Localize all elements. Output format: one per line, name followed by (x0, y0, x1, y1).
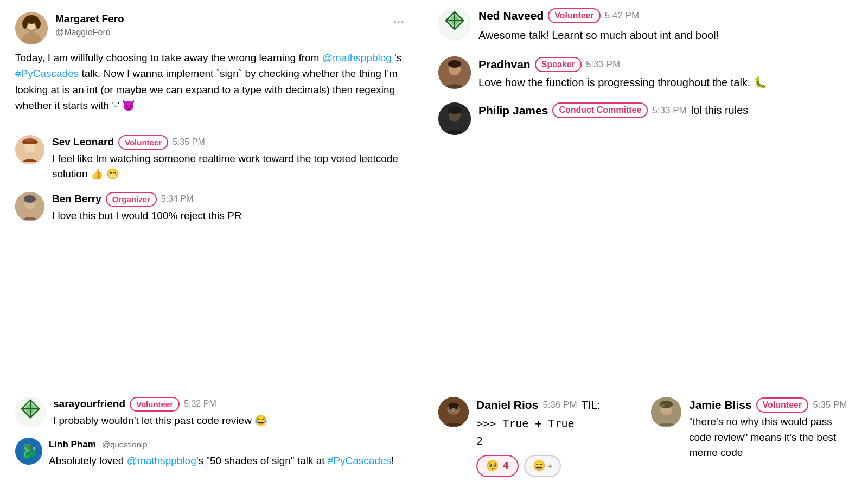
philip-avatar (438, 102, 471, 135)
svg-point-29 (448, 106, 462, 114)
svg-point-11 (24, 138, 35, 142)
sara-name: sarayourfriend (53, 397, 125, 412)
svg-text:🐉: 🐉 (20, 442, 38, 460)
svg-point-5 (22, 19, 28, 29)
ned-text: Awesome talk! Learnt so much about int a… (478, 28, 719, 43)
jamie-badge: Volunteer (756, 397, 809, 413)
svg-point-14 (24, 195, 36, 203)
ned-badge: Volunteer (548, 8, 601, 23)
svg-point-52 (669, 405, 671, 407)
margaret-avatar (15, 12, 48, 44)
daniel-name: Daniel Rios (476, 397, 538, 413)
daniel-time: 5:36 PM (542, 399, 577, 412)
svg-point-50 (661, 404, 665, 407)
philip-james-message: Philip James Conduct Committee 5:33 PM l… (438, 102, 853, 135)
daniel-rios-message: Daniel Rios 5:36 PM TIL: >>> True + True… (438, 397, 640, 477)
margaret-tweet-body: Today, I am willfully choosing to take a… (15, 50, 407, 114)
pradhvan-badge: Speaker (535, 57, 582, 72)
philip-name: Philip James (478, 102, 548, 118)
jamie-bliss-message: Jamie Bliss Volunteer 5:35 PM "there's n… (651, 397, 853, 461)
sara-message: sarayourfriend Volunteer 5:32 PM I proba… (15, 397, 407, 429)
jamie-avatar (651, 397, 681, 427)
ned-name: Ned Naveed (478, 8, 544, 23)
linh-tweet-text: Absolutely loved @mathsppblog's "50 shad… (49, 453, 394, 469)
pradhvan-message: Pradhvan Speaker 5:33 PM Love how the fu… (438, 56, 853, 90)
svg-point-26 (448, 60, 461, 68)
daniel-avatar (438, 397, 469, 427)
sev-time: 5:35 PM (173, 136, 205, 148)
ned-time: 5:42 PM (605, 9, 639, 22)
sev-name: Sev Leonard (52, 135, 114, 150)
ben-berry-message: Ben Berry Organizer 5:34 PM I love this … (15, 192, 407, 224)
jamie-text: "there's no why this would pass code rev… (689, 414, 853, 461)
ned-naveed-message: Ned Naveed Volunteer 5:42 PM Awesome tal… (438, 8, 853, 44)
philip-text: lol this rules (691, 102, 749, 118)
daniel-code: >>> True + True2 (476, 415, 640, 450)
svg-point-6 (35, 19, 41, 29)
sara-avatar (15, 397, 46, 427)
reaction-add-button[interactable]: 😄+ (524, 455, 561, 477)
philip-time: 5:33 PM (652, 104, 686, 117)
sev-badge: Volunteer (118, 135, 168, 150)
ben-time: 5:34 PM (161, 193, 194, 205)
pradhvan-text: Love how the function is progressing thr… (478, 74, 853, 91)
ben-text: I love this but I would 100% reject this… (52, 208, 407, 224)
jamie-name: Jamie Bliss (689, 397, 752, 413)
linh-name: Linh Pham (49, 439, 96, 450)
jamie-time: 5:35 PM (813, 399, 847, 412)
sev-avatar (15, 135, 44, 164)
pradhvan-avatar (438, 56, 471, 89)
sara-time: 5:32 PM (184, 398, 216, 410)
reaction-pleading-button[interactable]: 🥺4 (476, 455, 519, 477)
linh-handle: @questionlp (102, 440, 148, 449)
svg-point-46 (448, 403, 459, 408)
linh-avatar: 🐉 (15, 438, 42, 465)
sev-leonard-message: Sev Leonard Volunteer 5:35 PM I feel lik… (15, 135, 407, 182)
daniel-intro: TIL: (582, 397, 600, 413)
margaret-handle: @MaggieFero (55, 27, 382, 38)
reaction-count: 4 (503, 459, 509, 473)
pradhvan-name: Pradhvan (478, 56, 531, 72)
svg-point-51 (666, 403, 669, 406)
margaret-name: Margaret Fero (55, 12, 382, 27)
more-options-button[interactable]: ··· (390, 12, 407, 30)
ned-avatar (438, 8, 471, 40)
sara-badge: Volunteer (130, 397, 180, 412)
sara-text: I probably wouldn't let this past code r… (53, 413, 407, 429)
ben-badge: Organizer (106, 192, 157, 207)
sev-text: I feel like Im watching someone realtime… (52, 151, 407, 182)
philip-badge: Conduct Committee (552, 102, 648, 118)
ben-avatar (15, 192, 44, 221)
ben-name: Ben Berry (52, 192, 101, 207)
pradhvan-time: 5:33 PM (586, 58, 620, 71)
